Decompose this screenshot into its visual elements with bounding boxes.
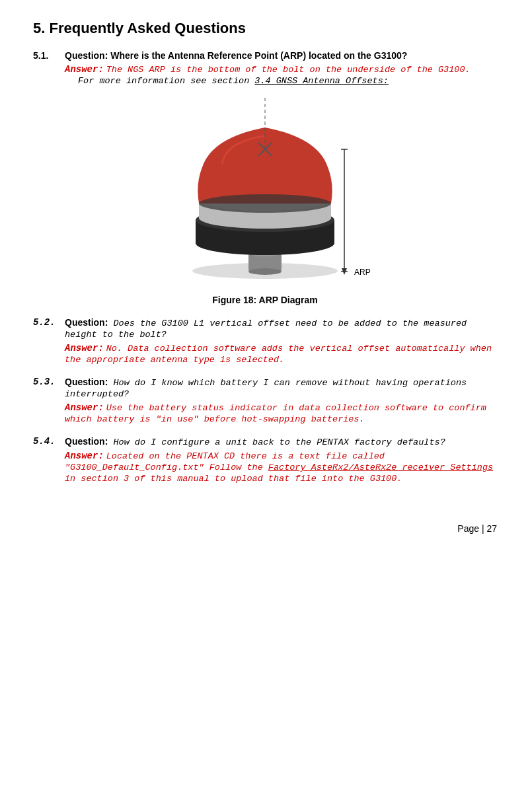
q-text-5-2: Question: Does the G3100 L1 vertical off… — [65, 317, 497, 340]
q-text-5-4: Question: How do I configure a unit back… — [65, 436, 497, 447]
answer-label-5-1: Answer: — [65, 64, 104, 75]
answer-link-5-1[interactable]: 3.4 GNSS Antenna Offsets: — [254, 76, 389, 86]
section-5-2: 5.2. Question: Does the G3100 L1 vertica… — [33, 317, 497, 365]
question-label-5-1: Question: — [65, 50, 108, 61]
question-label-5-4: Question: — [65, 436, 108, 447]
figure-container: ARP Figure 18: ARP Diagram — [126, 98, 404, 305]
svg-point-10 — [199, 194, 331, 213]
answer-text-5-2: No. Data collection software adds the ve… — [65, 344, 492, 365]
answer-block-5-2: Answer: No. Data collection software add… — [65, 342, 497, 365]
question-label-5-2: Question: — [65, 317, 108, 328]
arp-svg: ARP — [126, 98, 404, 289]
q-number-5-2: 5.2. — [33, 317, 65, 328]
page-title: 5. Frequently Asked Questions — [33, 20, 497, 37]
section-5-3: 5.3. Question: How do I know which batte… — [33, 377, 497, 424]
section-5-1: 5.1. Question: Where is the Antenna Refe… — [33, 50, 497, 86]
question-body-5-1: Where is the Antenna Reference Point (AR… — [110, 50, 407, 61]
answer-label-5-3: Answer: — [65, 402, 104, 413]
answer-text-5-4b: in section 3 of this manual to upload th… — [65, 474, 402, 484]
answer-block-5-3: Answer: Use the battery status indicator… — [65, 402, 497, 424]
answer-label-5-4: Answer: — [65, 451, 104, 461]
answer-block-5-4: Answer: Located on the PENTAX CD there i… — [65, 450, 497, 484]
answer-text-5-3: Use the battery status indicator in data… — [65, 403, 486, 424]
arp-diagram: ARP — [126, 98, 404, 289]
question-body-5-2: Does the G3100 L1 vertical offset need t… — [65, 318, 467, 340]
question-label-5-3: Question: — [65, 377, 108, 387]
answer-text-5-1a: The NGS ARP is the bottom of the bolt on… — [106, 65, 471, 75]
figure-caption: Figure 18: ARP Diagram — [126, 295, 404, 305]
q-number-5-3: 5.3. — [33, 377, 65, 387]
answer-text-5-1b: For more information see section — [78, 76, 254, 86]
q-text-5-3: Question: How do I know which battery I … — [65, 377, 497, 399]
answer-block-5-1: Answer: The NGS ARP is the bottom of the… — [65, 63, 497, 86]
question-body-5-3: How do I know which battery I can remove… — [65, 378, 467, 399]
section-5-4: 5.4. Question: How do I configure a unit… — [33, 436, 497, 484]
arp-text: ARP — [354, 268, 371, 277]
q-text-5-1: Question: Where is the Antenna Reference… — [65, 50, 497, 61]
q-number-5-4: 5.4. — [33, 436, 65, 447]
q-number-5-1: 5.1. — [33, 50, 65, 61]
answer-link-5-4[interactable]: Factory AsteRx2/AsteRx2e receiver Settin… — [268, 462, 493, 472]
answer-label-5-2: Answer: — [65, 343, 104, 353]
page-number: Page | 27 — [457, 523, 497, 534]
question-body-5-4: How do I configure a unit back to the PE… — [108, 437, 445, 447]
svg-point-3 — [248, 268, 282, 275]
page-footer: Page | 27 — [33, 523, 497, 534]
answer-indent-5-1: For more information see section 3.4 GNS… — [78, 75, 497, 86]
